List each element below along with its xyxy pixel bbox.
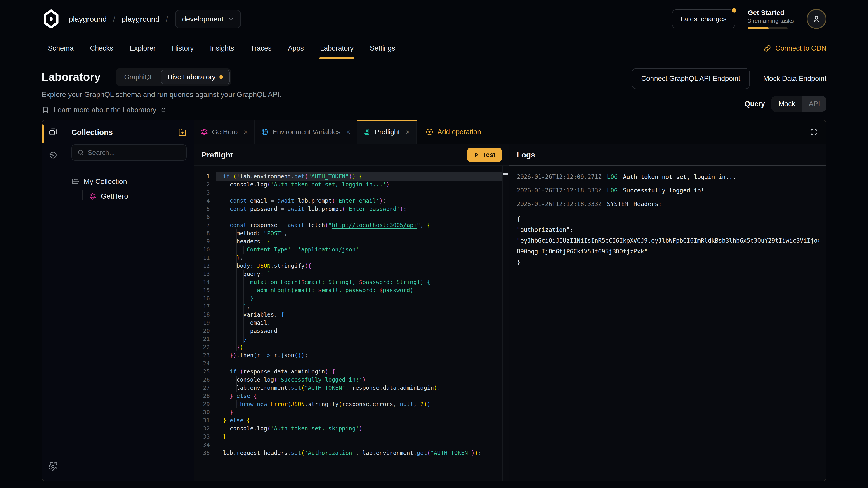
line-number: 20 [194,327,216,335]
folder-open-icon [71,178,79,186]
nav-item-traces[interactable]: Traces [250,38,273,59]
code-line[interactable]: 2 console.log('Auth token not set, loggi… [194,181,509,189]
code-line[interactable]: 7 const response = await fetch("http://l… [194,221,509,229]
code-line[interactable]: 13 query: ` [194,270,509,278]
code-line[interactable]: 1if (!lab.environment.get("AUTH_TOKEN"))… [194,172,509,181]
code-line[interactable]: 35lab.request.headers.set('Authorization… [194,449,509,457]
line-number: 17 [194,302,216,311]
code-line[interactable]: 21 } [194,335,509,343]
code-line[interactable]: 16 } [194,294,509,302]
target-select[interactable]: development [175,10,241,28]
collection-folder[interactable]: My Collection [64,175,194,188]
rail-history-button[interactable] [42,143,64,167]
code-line[interactable]: 29 throw new Error(JSON.stringify(respon… [194,400,509,408]
tab-preflight[interactable]: Preflight× [357,120,416,144]
code-line[interactable]: 5 const password = await lab.prompt('Ent… [194,205,509,213]
code-line[interactable]: 28 } else { [194,392,509,400]
tab-gethero[interactable]: GetHero× [194,120,254,144]
code-line[interactable]: 6 [194,213,509,221]
hive-logo-icon[interactable] [41,9,61,29]
code-line[interactable]: 9 headers: { [194,237,509,246]
avatar[interactable] [807,9,827,29]
scrollbar-gutter[interactable] [502,166,503,481]
code-line[interactable]: 12 body: JSON.stringify({ [194,262,509,270]
code-line[interactable]: 32 console.log('Auth token set, skipping… [194,424,509,433]
nav-item-insights[interactable]: Insights [209,38,235,59]
laboratory-header-right: Connect GraphQL API Endpoint Mock Data E… [632,68,827,111]
notification-dot [732,8,737,13]
tab-environment-variables[interactable]: Environment Variables× [254,120,357,144]
log-entry: 2026-01-26T12:12:18.333Z SYSTEM Headers: [517,200,819,208]
tab-strip: GetHero×Environment Variables×Preflight×… [194,120,826,144]
nav-item-apps[interactable]: Apps [287,38,305,59]
code-line[interactable]: 8 method: "POST", [194,229,509,237]
code-line[interactable]: 10 'Content-Type': 'application/json' [194,246,509,254]
code-line[interactable]: 24 [194,359,509,367]
nav-item-explorer[interactable]: Explorer [129,38,156,59]
nav-item-schema[interactable]: Schema [47,38,74,59]
test-button[interactable]: Test [467,148,502,162]
line-number: 22 [194,343,216,351]
code-line[interactable]: 4 const email = await lab.prompt('Enter … [194,197,509,205]
line-number: 1 [194,172,216,181]
query-mode-mock[interactable]: Mock [771,96,802,111]
connect-to-cdn-link[interactable]: Connect to CDN [764,38,827,59]
preflight-editor: Preflight Test 1if (!lab.environment.get… [194,144,509,481]
fullscreen-button[interactable] [802,120,826,144]
tab-close-icon[interactable]: × [243,128,248,136]
code-line[interactable]: 31} else { [194,416,509,424]
code-area[interactable]: 1if (!lab.environment.get("AUTH_TOKEN"))… [194,166,509,481]
status-dot [219,75,223,79]
code-line[interactable]: 34 [194,441,509,449]
code-line[interactable]: 3 [194,189,509,197]
history-icon [49,151,57,160]
code-line[interactable]: 27 lab.environment.set("AUTH_TOKEN", res… [194,384,509,392]
log-entry: 2026-01-26T12:12:18.333Z LOG Successfull… [517,186,819,195]
nav-item-checks[interactable]: Checks [89,38,114,59]
code-line[interactable]: 26 console.log('Successfully logged in!'… [194,376,509,384]
logs-body[interactable]: 2026-01-26T12:12:09.271Z LOG Auth token … [509,166,826,481]
code-line[interactable]: 33} [194,433,509,441]
query-mode-api[interactable]: API [802,96,827,111]
code-line[interactable]: 15 adminLogin(email: $email, password: $… [194,286,509,294]
search-input[interactable] [88,149,181,156]
latest-changes-button[interactable]: Latest changes [672,9,735,29]
code-line[interactable]: 22 }) [194,343,509,351]
code-line[interactable]: 19 email, [194,319,509,327]
line-number: 12 [194,262,216,270]
code-line[interactable]: 20 password [194,327,509,335]
mock-data-endpoint-button[interactable]: Mock Data Endpoint [763,74,827,83]
nav-item-laboratory[interactable]: Laboratory [319,38,354,59]
code-line[interactable]: 14 mutation Login($email: String!, $pass… [194,278,509,286]
toggle-graphiql[interactable]: GraphiQL [117,70,161,84]
code-line[interactable]: 17 `, [194,302,509,311]
play-icon [473,152,479,158]
tab-close-icon[interactable]: × [346,128,350,136]
toggle-hive-laboratory[interactable]: Hive Laboratory [161,70,230,85]
line-number: 30 [194,408,216,416]
line-number: 21 [194,335,216,343]
code-line[interactable]: 18 variables: { [194,311,509,319]
breadcrumb-project[interactable]: playground [122,15,160,24]
code-line[interactable]: 23 }).then(r => r.json()); [194,351,509,359]
add-operation-button[interactable]: Add operation [416,120,490,144]
learn-more-link[interactable]: Learn more about the Laboratory [41,106,281,114]
nav-item-history[interactable]: History [171,38,195,59]
breadcrumb-org[interactable]: playground [69,15,107,24]
fullscreen-icon [810,128,817,136]
collections-search [64,144,194,167]
gear-icon [49,462,57,471]
line-number: 7 [194,221,216,229]
code-line[interactable]: 25 if (response.data.adminLogin) { [194,367,509,376]
rail-settings-button[interactable] [42,457,64,477]
get-started-widget[interactable]: Get Started 3 remaining tasks [748,9,794,29]
connect-graphql-endpoint-button[interactable]: Connect GraphQL API Endpoint [632,68,750,89]
line-number: 27 [194,384,216,392]
tab-close-icon[interactable]: × [405,128,410,136]
collection-operation-gethero[interactable]: GetHero [82,188,194,201]
rail-collections-button[interactable] [42,120,64,143]
code-line[interactable]: 11 }, [194,254,509,262]
nav-item-settings[interactable]: Settings [369,38,396,59]
code-line[interactable]: 30 } [194,408,509,416]
new-collection-icon[interactable] [178,128,187,136]
